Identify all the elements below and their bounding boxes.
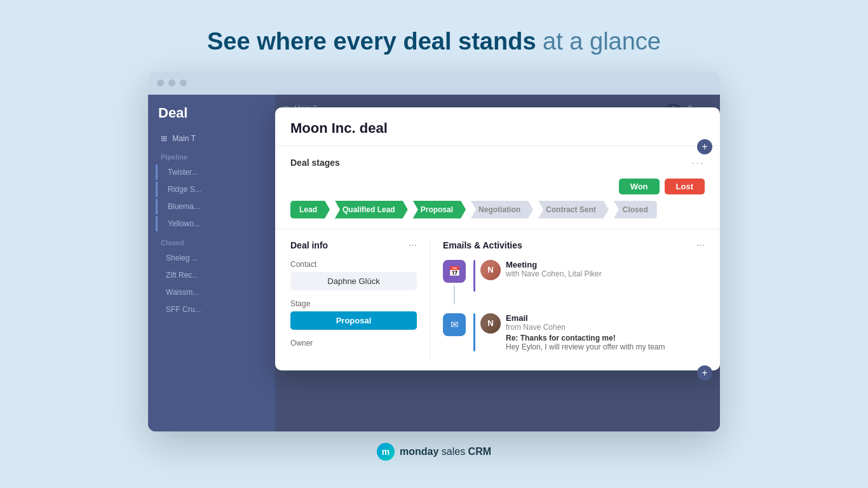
- sidebar-item-closed-3[interactable]: Waissm...: [156, 285, 268, 300]
- activity-right-meeting: N Meeting with Nave Cohen, Lital Piker: [473, 260, 705, 292]
- headline-bold: See where every deal stands: [207, 28, 536, 55]
- activity-item-meeting: 📅 N Meeting with Nave Cohen, Li: [443, 260, 705, 304]
- browser-dot-2: [168, 79, 175, 86]
- modal-overlay: Moon Inc. deal Deal stages ··· Won Lost: [275, 95, 720, 431]
- sidebar-item-closed-4[interactable]: SFF Cru...: [156, 302, 268, 317]
- email-quote: Re: Thanks for contacting me!: [506, 334, 705, 342]
- browser-bar: [148, 72, 720, 95]
- browser-dot-1: [157, 79, 164, 86]
- stages-header: Deal stages ···: [290, 156, 705, 170]
- logo-monday: monday: [400, 446, 442, 457]
- stage-closed[interactable]: Closed: [609, 201, 657, 219]
- stage-lead[interactable]: Lead: [290, 201, 330, 219]
- stages-title: Deal stages: [290, 158, 340, 168]
- stage-qualified-lead[interactable]: Qualified Lead: [330, 201, 408, 219]
- email-vertical-bar: [473, 313, 475, 351]
- activities-panel: Emails & Activities ··· 📅: [443, 240, 705, 360]
- envelope-icon: ✉: [451, 319, 459, 330]
- sidebar-section-pipeline: Pipeline: [161, 153, 268, 161]
- meeting-title: Meeting: [506, 260, 705, 269]
- add-button-closed[interactable]: +: [697, 365, 712, 381]
- browser-dot-3: [180, 79, 187, 86]
- sidebar-item-pipeline-2[interactable]: Ridge S...: [156, 182, 268, 197]
- monday-logo-text: monday sales CRM: [400, 446, 491, 458]
- meeting-icon: 📅: [443, 260, 466, 283]
- sidebar: Deal ⊞ Main T Pipeline Twister... Ridge …: [148, 95, 275, 431]
- email-body: Hey Eylon, I will review your offer with…: [506, 342, 705, 351]
- sidebar-nav[interactable]: ⊞ Main T: [156, 132, 268, 146]
- pipeline-stages: Lead Qualified Lead Proposal Negotiation: [290, 201, 705, 219]
- activity-connector-1: [454, 285, 455, 304]
- deal-info-title: Deal info: [290, 240, 328, 250]
- meeting-avatar: N: [480, 260, 501, 280]
- sidebar-item-closed-2[interactable]: Zift Rec...: [156, 268, 268, 283]
- email-subtitle: from Nave Cohen: [506, 323, 705, 332]
- deal-info-menu[interactable]: ···: [409, 240, 417, 251]
- sidebar-section-closed: Closed: [161, 239, 268, 247]
- stage-value[interactable]: Proposal: [290, 311, 417, 330]
- deal-body: Deal info ··· Contact Daphne Glück Stage…: [275, 229, 720, 370]
- sidebar-item-pipeline-4[interactable]: Yellowo...: [156, 216, 268, 231]
- lost-button[interactable]: Lost: [665, 179, 705, 194]
- add-button-pipeline[interactable]: +: [697, 139, 712, 154]
- sidebar-item-pipeline-3[interactable]: Bluema...: [156, 199, 268, 214]
- modal: Moon Inc. deal Deal stages ··· Won Lost: [275, 107, 720, 370]
- page-headline: See where every deal stands at a glance: [207, 27, 661, 57]
- activity-item-email: ✉ N Email from Nave Cohen Re: T: [443, 313, 705, 351]
- contact-label: Contact: [290, 260, 417, 269]
- deal-info-panel: Deal info ··· Contact Daphne Glück Stage…: [290, 240, 430, 360]
- stage-negotiation[interactable]: Negotiation: [466, 201, 533, 219]
- deal-info-header: Deal info ···: [290, 240, 417, 251]
- footer-logo: m monday sales CRM: [377, 443, 491, 461]
- monday-logo-icon: m: [377, 443, 395, 461]
- stages-menu-icon[interactable]: ···: [691, 156, 705, 170]
- activities-header: Emails & Activities ···: [443, 240, 705, 251]
- meeting-icon-wrap: 📅: [443, 260, 466, 304]
- contact-value: Daphne Glück: [290, 272, 417, 290]
- email-content: Email from Nave Cohen Re: Thanks for con…: [506, 313, 705, 351]
- calendar-icon: 📅: [449, 266, 461, 277]
- sidebar-title: Deal: [156, 105, 268, 121]
- email-title: Email: [506, 313, 705, 323]
- modal-title: Moon Inc. deal: [290, 120, 388, 137]
- won-button[interactable]: Won: [619, 179, 660, 194]
- browser-window: Deal ⊞ Main T Pipeline Twister... Ridge …: [148, 72, 720, 431]
- email-icon-wrap: ✉: [443, 313, 466, 336]
- logo-sales: sales: [442, 446, 468, 457]
- deal-stages-section: Deal stages ··· Won Lost Lead: [275, 146, 720, 229]
- stage-label: Stage: [290, 299, 417, 308]
- email-avatar: N: [480, 313, 501, 334]
- meeting-vertical-bar: [473, 260, 475, 292]
- sidebar-item-closed-1[interactable]: Sheleg ...: [156, 250, 268, 266]
- logo-crm: CRM: [468, 446, 491, 457]
- email-icon: ✉: [443, 313, 466, 336]
- sidebar-item-pipeline-1[interactable]: Twister...: [156, 165, 268, 180]
- activities-title: Emails & Activities: [443, 240, 522, 250]
- modal-header: Moon Inc. deal: [275, 107, 720, 146]
- table-icon: ⊞: [161, 134, 167, 143]
- activity-right-email: N Email from Nave Cohen Re: Thanks for c…: [473, 313, 705, 351]
- meeting-subtitle: with Nave Cohen, Lital Piker: [506, 269, 705, 278]
- main-content: ⊞ Main T 0 ⌃ ··· Moon Inc. deal: [275, 95, 720, 431]
- stage-proposal[interactable]: Proposal: [408, 201, 466, 219]
- meeting-content: Meeting with Nave Cohen, Lital Piker: [506, 260, 705, 280]
- stage-contract-sent[interactable]: Contract Sent: [533, 201, 609, 219]
- owner-label: Owner: [290, 339, 417, 348]
- app-bg: Deal ⊞ Main T Pipeline Twister... Ridge …: [148, 95, 720, 431]
- headline-light: at a glance: [536, 28, 661, 55]
- activities-menu[interactable]: ···: [696, 240, 705, 251]
- won-lost-row: Won Lost: [290, 179, 705, 194]
